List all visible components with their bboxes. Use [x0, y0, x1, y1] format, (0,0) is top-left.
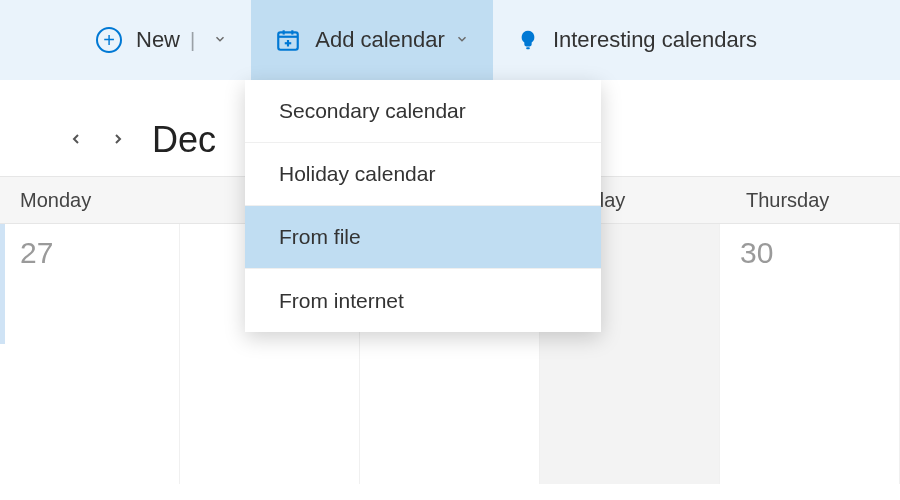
new-label: New: [136, 27, 180, 53]
day-number: 30: [740, 236, 899, 270]
day-header: Thursday: [726, 177, 900, 223]
add-calendar-dropdown: Secondary calendar Holiday calendar From…: [245, 80, 601, 332]
toolbar: + New | Add calendar: [0, 0, 900, 80]
month-title: Dec: [152, 119, 216, 161]
svg-rect-6: [526, 47, 530, 49]
add-calendar-button[interactable]: Add calendar: [251, 0, 493, 80]
dropdown-item-label: Holiday calendar: [279, 162, 435, 186]
new-button[interactable]: + New |: [72, 0, 251, 80]
chevron-down-icon[interactable]: [213, 32, 227, 49]
dropdown-item-holiday[interactable]: Holiday calendar: [245, 143, 601, 206]
day-number: 27: [20, 236, 179, 270]
divider: |: [190, 29, 195, 52]
chevron-down-icon[interactable]: [455, 32, 469, 49]
interesting-calendars-button[interactable]: Interesting calendars: [493, 0, 781, 80]
dropdown-item-label: Secondary calendar: [279, 99, 466, 123]
next-month-button[interactable]: [110, 129, 126, 152]
day-header: Monday: [0, 177, 174, 223]
dropdown-item-label: From internet: [279, 289, 404, 313]
day-cell[interactable]: 30: [720, 224, 900, 484]
add-calendar-label: Add calendar: [315, 27, 445, 53]
dropdown-item-secondary[interactable]: Secondary calendar: [245, 80, 601, 143]
dropdown-item-label: From file: [279, 225, 361, 249]
interesting-label: Interesting calendars: [553, 27, 757, 53]
lightbulb-icon: [517, 29, 539, 51]
day-cell[interactable]: 27: [0, 224, 180, 484]
dropdown-item-from-file[interactable]: From file: [245, 206, 601, 269]
prev-month-button[interactable]: [68, 129, 84, 152]
calendar-add-icon: [275, 27, 301, 53]
plus-circle-icon: +: [96, 27, 122, 53]
dropdown-item-from-internet[interactable]: From internet: [245, 269, 601, 332]
